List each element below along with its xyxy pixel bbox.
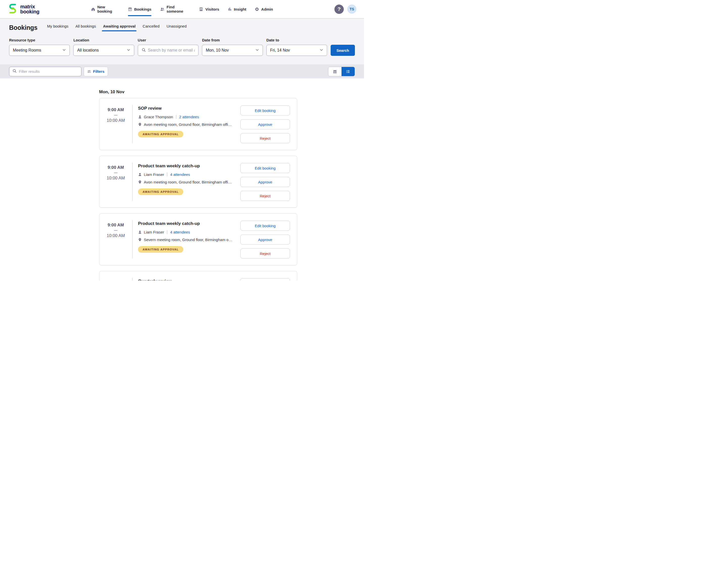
person-icon xyxy=(138,230,142,234)
start-time: 9:00 AM xyxy=(99,165,132,170)
date-heading: Mon, 10 Nov xyxy=(99,90,364,95)
nav-item-bookings[interactable]: Bookings xyxy=(128,0,151,18)
location-field: Location All locations xyxy=(73,38,134,56)
sliders-icon xyxy=(87,70,91,74)
nav-item-find-someone[interactable]: Find someone xyxy=(160,0,190,18)
booking-title: Quarterly review xyxy=(138,279,235,280)
end-time: 10:00 AM xyxy=(99,176,132,181)
chevron-down-icon xyxy=(320,48,323,53)
edit-booking-button[interactable]: Edit booking xyxy=(240,278,290,280)
user-search-box xyxy=(138,45,198,56)
user-field: User xyxy=(138,38,198,56)
edit-booking-button[interactable]: Edit booking xyxy=(240,221,290,231)
booking-card: 9:00 AM 10:00 AM Product team weekly cat… xyxy=(99,156,297,208)
nav-label: Admin xyxy=(261,7,273,11)
date-from-select[interactable]: Mon, 10 Nov xyxy=(202,45,263,56)
end-time: 10:00 AM xyxy=(99,118,132,123)
attendees-link[interactable]: 4 attendees xyxy=(170,172,190,177)
booking-details: Product team weekly catch-up Liam Fraser… xyxy=(132,163,240,201)
nav-item-admin[interactable]: Admin xyxy=(255,0,273,18)
booking-time: 10:00 AM 11:00 AM xyxy=(99,278,132,280)
attendees-link[interactable]: 4 attendees xyxy=(170,230,190,234)
reject-button[interactable]: Reject xyxy=(240,249,290,259)
booking-card: 9:00 AM 10:00 AM SOP review Grace Thomps… xyxy=(99,98,297,150)
location-value: All locations xyxy=(77,48,99,53)
grid-view-icon xyxy=(333,69,337,74)
avatar[interactable]: TS xyxy=(347,5,356,14)
tab-my-bookings[interactable]: My bookings xyxy=(47,24,68,31)
resource-type-value: Meeting Rooms xyxy=(13,48,41,53)
nav-right: ? TS xyxy=(334,5,356,14)
booking-details: Quarterly review Liam Fraser | 2 attende… xyxy=(132,278,240,280)
user-label: User xyxy=(138,38,198,42)
search-icon xyxy=(12,69,17,74)
booking-time: 9:00 AM 10:00 AM xyxy=(99,220,132,259)
view-toggle xyxy=(328,67,355,76)
user-search-input[interactable] xyxy=(148,48,195,53)
date-to-select[interactable]: Fri, 14 Nov xyxy=(266,45,327,56)
approve-button[interactable]: Approve xyxy=(240,235,290,245)
booking-actions: Edit booking Approve Reject xyxy=(240,220,290,259)
tab-all-bookings[interactable]: All bookings xyxy=(76,24,96,31)
approve-button[interactable]: Approve xyxy=(240,119,290,129)
filters-button[interactable]: Filters xyxy=(84,67,108,76)
separator: | xyxy=(166,230,168,234)
nav-label: New booking xyxy=(97,5,119,13)
time-range-dash xyxy=(114,115,118,116)
booking-location: Avon meeting room, Ground floor, Birming… xyxy=(144,180,232,184)
person-icon xyxy=(138,115,142,119)
end-time: 10:00 AM xyxy=(99,233,132,238)
tab-awaiting-approval[interactable]: Awaiting approval xyxy=(103,24,135,31)
chevron-down-icon xyxy=(255,48,259,53)
location-pin-icon xyxy=(138,180,142,184)
resource-type-label: Resource type xyxy=(9,38,70,42)
booking-owner: Liam Fraser xyxy=(144,172,164,177)
start-time: 10:00 AM xyxy=(99,280,132,280)
help-button[interactable]: ? xyxy=(334,5,344,14)
booking-owner: Grace Thompson xyxy=(144,115,173,119)
bar-chart-icon xyxy=(228,7,232,11)
gear-icon xyxy=(255,7,259,11)
reject-button[interactable]: Reject xyxy=(240,133,290,143)
list-view-button[interactable] xyxy=(342,67,355,76)
brand-logo[interactable]: matrix booking xyxy=(8,3,39,15)
list-view-icon xyxy=(346,69,350,74)
id-badge-icon xyxy=(199,7,203,11)
tab-cancelled[interactable]: Cancelled xyxy=(143,24,160,31)
nav-item-new-booking[interactable]: New booking xyxy=(91,0,119,18)
search-button[interactable]: Search xyxy=(331,45,355,56)
date-to-value: Fri, 14 Nov xyxy=(270,48,290,53)
booking-location: Avon meeting room, Ground floor, Birming… xyxy=(144,122,232,127)
results-toolbar: Filters xyxy=(0,64,364,78)
separator: | xyxy=(175,115,177,119)
chevron-down-icon xyxy=(127,48,130,53)
booking-time: 9:00 AM 10:00 AM xyxy=(99,105,132,143)
date-to-label: Date to xyxy=(266,38,327,42)
booking-title: Product team weekly catch-up xyxy=(138,164,235,169)
reject-button[interactable]: Reject xyxy=(240,191,290,201)
booking-owner: Liam Fraser xyxy=(144,230,164,234)
matrix-booking-logo-icon xyxy=(8,3,18,15)
filters-button-label: Filters xyxy=(93,69,104,74)
nav-item-insight[interactable]: Insight xyxy=(228,0,246,18)
approve-button[interactable]: Approve xyxy=(240,177,290,187)
tab-unassigned[interactable]: Unassigned xyxy=(167,24,187,31)
location-select[interactable]: All locations xyxy=(73,45,134,56)
main-nav: New booking Bookings Find someone xyxy=(91,0,273,18)
resource-type-select[interactable]: Meeting Rooms xyxy=(9,45,70,56)
edit-booking-button[interactable]: Edit booking xyxy=(240,163,290,173)
edit-booking-button[interactable]: Edit booking xyxy=(240,105,290,116)
bookings-tabs: My bookings All bookings Awaiting approv… xyxy=(47,24,187,31)
top-nav: matrix booking New booking Bookings xyxy=(0,0,364,18)
separator: | xyxy=(166,172,168,177)
booking-title: SOP review xyxy=(138,106,235,111)
filter-results-input[interactable] xyxy=(19,69,78,74)
booking-card: 10:00 AM 11:00 AM Quarterly review Liam … xyxy=(99,271,297,280)
grid-view-button[interactable] xyxy=(328,67,342,76)
date-from-value: Mon, 10 Nov xyxy=(206,48,229,53)
booking-card: 9:00 AM 10:00 AM Product team weekly cat… xyxy=(99,213,297,265)
location-label: Location xyxy=(73,38,134,42)
attendees-link[interactable]: 2 attendees xyxy=(179,115,199,119)
nav-item-visitors[interactable]: Visitors xyxy=(199,0,219,18)
status-badge: AWAITING APPROVAL xyxy=(138,246,183,253)
